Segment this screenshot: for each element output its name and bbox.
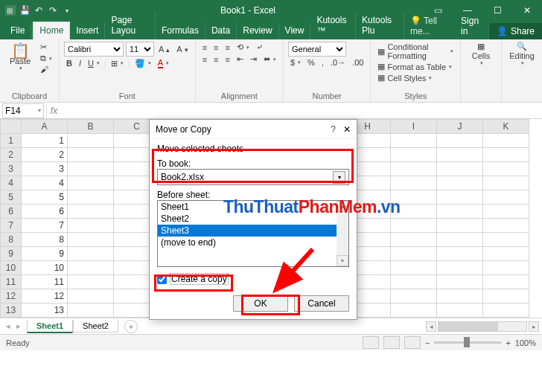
- tab-insert[interactable]: Insert: [70, 22, 105, 39]
- tell-me[interactable]: 💡 Tell me...: [404, 13, 455, 39]
- cell[interactable]: [391, 247, 437, 261]
- save-icon[interactable]: 💾: [19, 4, 31, 16]
- cell[interactable]: [391, 190, 437, 205]
- cell[interactable]: [391, 205, 437, 219]
- horizontal-scrollbar[interactable]: [438, 321, 527, 332]
- borders-button[interactable]: ⊞▾: [109, 58, 126, 69]
- page-break-view[interactable]: [404, 336, 421, 349]
- row-header[interactable]: 7: [1, 219, 22, 233]
- scroll-left[interactable]: ◂: [426, 321, 436, 332]
- cell[interactable]: 12: [22, 289, 68, 303]
- cell[interactable]: 7: [22, 219, 68, 233]
- cells-button[interactable]: ▦Cells▾: [465, 42, 497, 66]
- fx-button[interactable]: fx: [46, 104, 61, 118]
- align-right[interactable]: ≡: [223, 54, 232, 65]
- sheet-nav-prev[interactable]: ◂: [6, 321, 10, 331]
- increase-indent[interactable]: ⇥: [248, 54, 259, 65]
- row-header[interactable]: 3: [1, 162, 22, 176]
- cell[interactable]: [437, 303, 483, 318]
- comma-format[interactable]: ,: [319, 57, 326, 68]
- cell[interactable]: 3: [22, 162, 68, 176]
- paste-button[interactable]: 📋 Paste ▾: [4, 45, 36, 71]
- cell[interactable]: 5: [22, 190, 68, 205]
- sheet-tab-1[interactable]: Sheet1: [27, 320, 73, 333]
- cell[interactable]: [68, 190, 114, 205]
- cell[interactable]: [437, 205, 483, 219]
- cell[interactable]: 4: [22, 176, 68, 190]
- cell[interactable]: [483, 219, 529, 233]
- italic-button[interactable]: I: [77, 58, 83, 68]
- cell[interactable]: [437, 176, 483, 190]
- cell[interactable]: 1: [22, 134, 68, 148]
- redo-icon[interactable]: ↷: [47, 4, 59, 16]
- tab-kutools-plus[interactable]: Kutools Plu: [356, 12, 404, 39]
- new-sheet-button[interactable]: +: [124, 320, 138, 333]
- row-header[interactable]: 10: [1, 261, 22, 275]
- font-name-select[interactable]: Calibri: [64, 42, 124, 57]
- format-as-table[interactable]: ▦ Format as Table▾: [375, 61, 456, 72]
- wrap-text[interactable]: ⤶: [254, 42, 265, 53]
- cell[interactable]: [68, 205, 114, 219]
- cell[interactable]: 6: [22, 205, 68, 219]
- row-header[interactable]: 1: [1, 134, 22, 148]
- format-painter-button[interactable]: 🖌: [38, 64, 54, 74]
- font-size-select[interactable]: 11: [126, 42, 154, 57]
- decrease-decimal[interactable]: .00: [350, 57, 366, 68]
- cell[interactable]: [437, 162, 483, 176]
- copy-button[interactable]: ⧉▾: [38, 53, 54, 64]
- column-header[interactable]: B: [68, 120, 114, 134]
- conditional-formatting[interactable]: ▦ Conditional Formatting▾: [375, 42, 456, 61]
- cell[interactable]: [391, 289, 437, 303]
- row-header[interactable]: 8: [1, 233, 22, 247]
- cell[interactable]: [391, 162, 437, 176]
- align-middle[interactable]: ≡: [211, 42, 220, 53]
- close-button[interactable]: ✕: [512, 0, 542, 21]
- cell[interactable]: [437, 148, 483, 162]
- cell[interactable]: [68, 148, 114, 162]
- cell[interactable]: [483, 205, 529, 219]
- decrease-font[interactable]: A▾: [174, 44, 190, 54]
- cell[interactable]: [391, 176, 437, 190]
- column-header[interactable]: J: [437, 120, 483, 134]
- normal-view[interactable]: [363, 336, 379, 349]
- cell[interactable]: [437, 275, 483, 289]
- row-header[interactable]: 4: [1, 176, 22, 190]
- cell[interactable]: [68, 261, 114, 275]
- row-header[interactable]: 12: [1, 289, 22, 303]
- align-left[interactable]: ≡: [200, 54, 209, 65]
- zoom-slider[interactable]: [434, 341, 501, 344]
- cell[interactable]: [68, 275, 114, 289]
- undo-icon[interactable]: ↶: [33, 4, 45, 16]
- sheet-nav-next[interactable]: ▸: [16, 321, 21, 331]
- row-header[interactable]: 9: [1, 247, 22, 261]
- column-header[interactable]: A: [22, 120, 68, 134]
- tab-data[interactable]: Data: [205, 22, 237, 39]
- cell[interactable]: 2: [22, 148, 68, 162]
- align-top[interactable]: ≡: [200, 42, 209, 53]
- row-header[interactable]: 6: [1, 205, 22, 219]
- cell[interactable]: [437, 233, 483, 247]
- align-bottom[interactable]: ≡: [223, 42, 232, 53]
- fill-color-button[interactable]: 🪣▾: [133, 58, 153, 69]
- dialog-close-button[interactable]: ✕: [343, 124, 351, 135]
- underline-button[interactable]: U▾: [86, 58, 102, 68]
- list-item[interactable]: Sheet1: [158, 201, 348, 213]
- cell[interactable]: [483, 134, 529, 148]
- sheet-tab-2[interactable]: Sheet2: [73, 320, 118, 332]
- cell[interactable]: [391, 233, 437, 247]
- align-center[interactable]: ≡: [211, 54, 220, 65]
- font-color-button[interactable]: A▾: [156, 57, 171, 69]
- cell[interactable]: [68, 219, 114, 233]
- cell[interactable]: [437, 134, 483, 148]
- zoom-out[interactable]: −: [425, 338, 430, 347]
- row-header[interactable]: 11: [1, 275, 22, 289]
- cell[interactable]: [437, 219, 483, 233]
- cell[interactable]: 13: [22, 303, 68, 318]
- scroll-right[interactable]: ▸: [529, 321, 539, 332]
- cell[interactable]: [437, 261, 483, 275]
- row-header[interactable]: 13: [1, 303, 22, 318]
- cell[interactable]: [483, 289, 529, 303]
- cell[interactable]: [391, 219, 437, 233]
- cell-styles[interactable]: ▦ Cell Styles▾: [375, 72, 456, 83]
- editing-button[interactable]: 🔍Editing▾: [506, 42, 538, 66]
